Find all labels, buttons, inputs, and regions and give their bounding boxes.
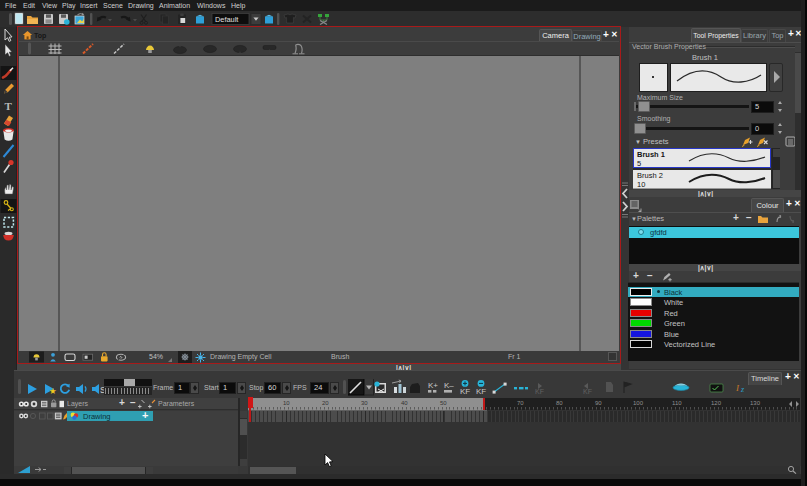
svg-text:KF: KF <box>460 387 470 396</box>
svg-text:K+: K+ <box>428 381 438 390</box>
svg-text:KF: KF <box>583 388 592 395</box>
svg-text:z: z <box>740 385 745 394</box>
svg-text:I: I <box>735 383 740 393</box>
svg-text:KF: KF <box>535 388 544 395</box>
svg-text:T: T <box>5 100 13 112</box>
svg-text:K–: K– <box>444 381 454 390</box>
svg-text:Default: Default <box>215 15 238 24</box>
svg-text:KF: KF <box>476 387 486 396</box>
